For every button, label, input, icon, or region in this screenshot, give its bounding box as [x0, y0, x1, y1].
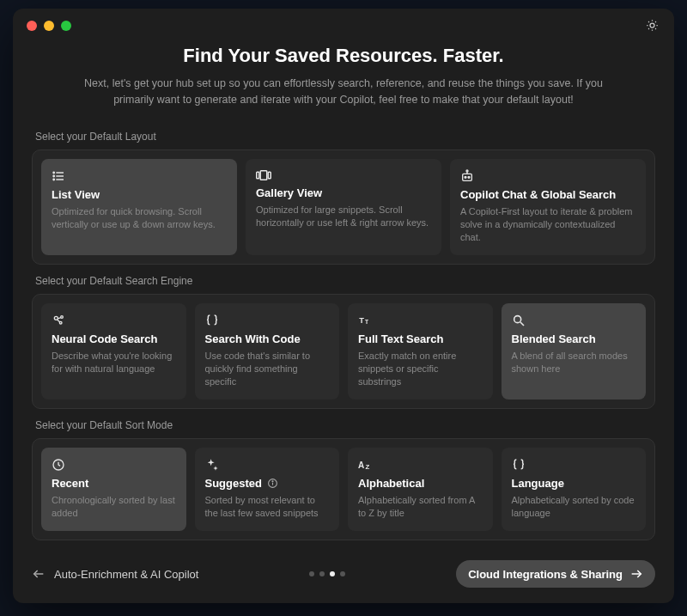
svg-text:A: A: [358, 460, 364, 469]
sparkle-icon: [205, 458, 330, 472]
sort-language-card[interactable]: Language Alphabetically sorted by code l…: [502, 448, 647, 531]
card-title: Neural Code Search: [52, 332, 176, 345]
search-neural-card[interactable]: Neural Code Search Describe what you're …: [41, 303, 186, 399]
text-icon: TT: [358, 314, 483, 327]
theme-toggle-button[interactable]: [646, 19, 659, 32]
card-desc: Optimized for quick browsing. Scroll ver…: [52, 205, 227, 232]
card-desc: A Copilot-First layout to iterate & prob…: [460, 205, 635, 245]
search-with-code-card[interactable]: Search With Code Use code that's similar…: [195, 303, 340, 399]
svg-point-11: [465, 176, 466, 178]
card-title: Search With Code: [205, 332, 330, 345]
card-desc: Alphabetically sorted from A to Z by tit…: [358, 494, 483, 521]
arrow-left-icon: [32, 567, 46, 581]
braces-icon: [205, 314, 330, 327]
back-button[interactable]: Auto-Enrichment & AI Copilot: [32, 567, 198, 581]
search-option-group: Neural Code Search Describe what you're …: [32, 294, 655, 409]
layout-option-group: List View Optimized for quick browsing. …: [32, 149, 655, 265]
clock-icon: [52, 458, 176, 472]
svg-rect-9: [268, 172, 271, 179]
card-title: List View: [52, 188, 227, 201]
next-label: Cloud Integrations & Sharing: [468, 568, 623, 581]
step-dot-active: [330, 571, 335, 576]
app-window: Find Your Saved Resources. Faster. Next,…: [13, 9, 674, 603]
back-label: Auto-Enrichment & AI Copilot: [54, 568, 198, 581]
card-title: Blended Search: [512, 332, 636, 345]
layout-list-view-card[interactable]: List View Optimized for quick browsing. …: [41, 159, 237, 255]
step-dot: [309, 571, 314, 576]
az-icon: AZ: [358, 458, 483, 472]
svg-point-6: [53, 179, 54, 180]
window-controls: [27, 21, 71, 31]
card-desc: Use code that's similar to quickly find …: [205, 350, 330, 389]
svg-point-25: [272, 481, 273, 482]
layout-gallery-view-card[interactable]: Gallery View Optimized for large snippet…: [246, 159, 441, 255]
svg-rect-8: [257, 172, 259, 179]
svg-point-0: [650, 23, 654, 27]
neural-icon: [52, 314, 176, 327]
search-icon: [512, 314, 636, 327]
search-full-text-card[interactable]: TT Full Text Search Exactly match on ent…: [348, 303, 493, 399]
card-desc: Chronologically sorted by last added: [52, 494, 176, 521]
svg-point-12: [468, 176, 470, 178]
card-desc: Exactly match on entire snippets or spec…: [358, 350, 483, 389]
card-title: Full Text Search: [358, 332, 483, 345]
maximize-window-button[interactable]: [61, 21, 71, 31]
page-header: Find Your Saved Resources. Faster. Next,…: [32, 45, 655, 108]
card-title: Suggested: [205, 477, 330, 490]
card-title: Gallery View: [256, 186, 431, 199]
svg-rect-7: [260, 170, 267, 180]
svg-text:T: T: [359, 315, 364, 324]
svg-point-4: [53, 172, 54, 173]
sort-alphabetical-card[interactable]: AZ Alphabetical Alphabetically sorted fr…: [348, 448, 493, 531]
list-icon: [52, 169, 227, 183]
info-icon: [267, 478, 278, 489]
card-desc: A blend of all search modes shown here: [512, 350, 636, 376]
card-desc: Optimized for large snippets. Scroll hor…: [256, 204, 431, 230]
arrow-right-icon: [629, 567, 643, 581]
svg-point-14: [466, 170, 468, 172]
card-title: Alphabetical: [358, 477, 483, 490]
svg-text:Z: Z: [366, 463, 370, 471]
layout-copilot-chat-card[interactable]: Copilot Chat & Global Search A Copilot-F…: [450, 159, 646, 255]
svg-rect-10: [463, 174, 472, 180]
sun-icon: [646, 19, 659, 32]
close-window-button[interactable]: [27, 21, 37, 31]
page-subtitle: Next, let's get your hub set up so you c…: [69, 76, 618, 108]
card-title: Copilot Chat & Global Search: [460, 188, 635, 201]
page-title: Find Your Saved Resources. Faster.: [32, 45, 655, 67]
card-desc: Sorted by most relevant to the last few …: [205, 494, 330, 521]
svg-line-21: [520, 322, 524, 326]
svg-point-16: [61, 315, 64, 318]
svg-text:T: T: [365, 319, 368, 325]
minimize-window-button[interactable]: [44, 21, 54, 31]
wizard-footer: Auto-Enrichment & AI Copilot Cloud Integ…: [32, 546, 655, 588]
sort-section-label: Select your Default Sort Mode: [35, 419, 655, 431]
card-title: Language: [512, 477, 636, 490]
sort-recent-card[interactable]: Recent Chronologically sorted by last ad…: [41, 448, 186, 531]
card-desc: Describe what you're looking for with na…: [52, 350, 176, 376]
braces-icon: [512, 458, 636, 472]
step-dot: [319, 571, 325, 576]
search-section-label: Select your Default Search Engine: [35, 275, 655, 287]
card-title: Recent: [52, 477, 176, 490]
sort-suggested-card[interactable]: Suggested Sorted by most relevant to the…: [195, 448, 340, 531]
robot-icon: [460, 169, 635, 183]
step-dot: [340, 571, 345, 576]
card-desc: Alphabetically sorted by code language: [512, 494, 636, 521]
svg-point-5: [53, 175, 54, 176]
next-button[interactable]: Cloud Integrations & Sharing: [456, 560, 655, 588]
sort-option-group: Recent Chronologically sorted by last ad…: [32, 438, 655, 540]
search-blended-card[interactable]: Blended Search A blend of all search mod…: [502, 303, 647, 399]
svg-point-20: [514, 315, 520, 322]
gallery-icon: [256, 169, 431, 181]
layout-section-label: Select your Default Layout: [35, 131, 655, 143]
svg-point-15: [54, 316, 58, 320]
step-indicator: [309, 571, 345, 576]
